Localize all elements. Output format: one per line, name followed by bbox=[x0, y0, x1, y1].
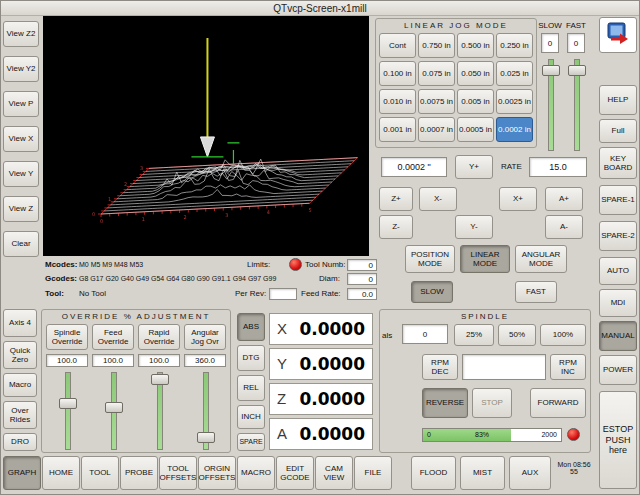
jog-increment-button[interactable]: 0.0005 in bbox=[457, 117, 494, 142]
dro-dtg-button[interactable]: DTG bbox=[237, 345, 265, 371]
angular-mode-button[interactable]: ANGULAR MODE bbox=[515, 245, 567, 273]
estop-button[interactable]: ESTOP PUSH here bbox=[599, 391, 637, 489]
spindle-50-button[interactable]: 50% bbox=[498, 324, 536, 346]
aux-button[interactable]: AUX bbox=[509, 456, 551, 490]
rpm-inc-button[interactable]: RPM INC bbox=[550, 354, 586, 380]
jog-increment-button[interactable]: 0.025 in bbox=[496, 61, 533, 86]
mist-button[interactable]: MIST bbox=[460, 456, 505, 490]
auto-mode-button[interactable]: AUTO bbox=[599, 257, 637, 285]
jog-z-plus-button[interactable]: Z+ bbox=[379, 187, 413, 211]
spindle-override-button[interactable]: Spindle Override bbox=[46, 324, 88, 350]
view-y2-button[interactable]: View Y2 bbox=[3, 56, 39, 82]
exit-button[interactable] bbox=[599, 17, 637, 53]
dro-spare-button[interactable]: SPARE bbox=[237, 433, 265, 451]
feed-override-slider-handle[interactable] bbox=[105, 402, 123, 413]
jog-increment-button[interactable]: 0.010 in bbox=[379, 89, 416, 114]
nav-cam-view-button[interactable]: CAM VIEW bbox=[315, 456, 353, 490]
nav-home-button[interactable]: HOME bbox=[42, 456, 80, 490]
mdi-mode-button[interactable]: MDI bbox=[599, 289, 637, 317]
spare1-button[interactable]: SPARE-1 bbox=[599, 185, 637, 215]
jog-increment-button[interactable]: 0.750 in bbox=[418, 33, 455, 58]
spindle-speed-bar-fill bbox=[423, 429, 511, 441]
view-clear-button[interactable]: Clear bbox=[3, 231, 39, 257]
rpm-entry-field[interactable] bbox=[462, 354, 546, 380]
dro-inch-button[interactable]: INCH bbox=[237, 405, 265, 429]
jog-fast-button[interactable]: FAST bbox=[515, 281, 557, 303]
dro-a-value: 0.0000 bbox=[299, 424, 365, 444]
jog-increment-panel: LINEAR JOG MODE Cont 0.750 in 0.500 in 0… bbox=[375, 18, 537, 148]
full-button[interactable]: Full bbox=[599, 119, 637, 143]
jog-increment-button[interactable]: 0.0075 in bbox=[418, 89, 455, 114]
jog-increment-button[interactable]: 0.050 in bbox=[457, 61, 494, 86]
position-mode-button[interactable]: POSITION MODE bbox=[405, 245, 455, 273]
dro-rel-button[interactable]: REL bbox=[237, 375, 265, 401]
spindle-100-button[interactable]: 100% bbox=[540, 324, 586, 346]
spindle-bar-max: 2000 bbox=[541, 431, 557, 438]
feed-override-button[interactable]: Feed Override bbox=[92, 324, 134, 350]
jog-increment-button[interactable]: 0.001 in bbox=[379, 117, 416, 142]
jog-x-minus-button[interactable]: X- bbox=[419, 187, 457, 211]
nav-edit-gcode-button[interactable]: EDIT GCODE bbox=[276, 456, 314, 490]
nav-origin-offsets-button[interactable]: ORGIN OFFSETS bbox=[198, 456, 236, 490]
rpm-dec-button[interactable]: RPM DEC bbox=[422, 354, 458, 380]
tab-dro[interactable]: DRO bbox=[3, 433, 37, 451]
tool-value: No Tool bbox=[79, 289, 106, 298]
slow-slider-handle[interactable] bbox=[542, 65, 560, 76]
tab-macro[interactable]: Macro bbox=[3, 373, 37, 397]
spindle-reverse-button[interactable]: REVERSE bbox=[422, 388, 468, 418]
jog-increment-button[interactable]: 0.500 in bbox=[457, 33, 494, 58]
spindle-override-slider-handle[interactable] bbox=[59, 398, 77, 409]
view-x-button[interactable]: View X bbox=[3, 126, 39, 152]
linear-mode-button[interactable]: LINEAR MODE bbox=[460, 245, 510, 273]
gcode-preview[interactable] bbox=[43, 16, 369, 256]
angular-jog-override-slider-handle[interactable] bbox=[197, 432, 215, 443]
nav-graph-button[interactable]: GRAPH bbox=[3, 456, 41, 490]
spindle-override-slider-track[interactable] bbox=[65, 372, 71, 450]
fast-slider-handle[interactable] bbox=[568, 65, 586, 76]
tab-overrides[interactable]: Over Rides bbox=[3, 401, 37, 429]
jog-increment-button[interactable]: 0.250 in bbox=[496, 33, 533, 58]
jog-z-minus-button[interactable]: Z- bbox=[379, 215, 413, 239]
flood-button[interactable]: FLOOD bbox=[411, 456, 456, 490]
jog-a-minus-button[interactable]: A- bbox=[545, 215, 583, 239]
nav-macro-button[interactable]: MACRO bbox=[237, 456, 275, 490]
jog-slow-button[interactable]: SLOW bbox=[411, 281, 453, 303]
tab-quick-zero[interactable]: Quick Zero bbox=[3, 341, 37, 369]
jog-increment-button[interactable]: Cont bbox=[379, 33, 416, 58]
manual-mode-button[interactable]: MANUAL bbox=[599, 321, 637, 351]
jog-increment-button[interactable]: 0.075 in bbox=[418, 61, 455, 86]
jog-increment-button[interactable]: 0.0007 in bbox=[418, 117, 455, 142]
view-p-button[interactable]: View P bbox=[3, 91, 39, 117]
spindle-stop-button[interactable]: STOP bbox=[472, 388, 512, 418]
spindle-forward-button[interactable]: FORWARD bbox=[530, 388, 586, 418]
help-button[interactable]: HELP bbox=[599, 85, 637, 115]
title-bar: QTvcp-Screen-x1mill bbox=[1, 1, 639, 16]
spare2-button[interactable]: SPARE-2 bbox=[599, 221, 637, 251]
window-title: QTvcp-Screen-x1mill bbox=[273, 3, 366, 14]
dro-y-value: 0.0000 bbox=[299, 354, 365, 374]
view-y-button[interactable]: View Y bbox=[3, 161, 39, 187]
dro-abs-button[interactable]: ABS bbox=[237, 313, 265, 341]
nav-probe-button[interactable]: PROBE bbox=[120, 456, 158, 490]
nav-tool-button[interactable]: TOOL bbox=[81, 456, 119, 490]
jog-y-minus-button[interactable]: Y- bbox=[455, 215, 493, 239]
rapid-override-slider-handle[interactable] bbox=[151, 374, 169, 385]
tab-axis4[interactable]: Axis 4 bbox=[3, 309, 37, 337]
nav-file-button[interactable]: FILE bbox=[354, 456, 392, 490]
jog-y-plus-button[interactable]: Y+ bbox=[455, 155, 493, 179]
power-button[interactable]: POWER bbox=[599, 355, 637, 385]
view-z-button[interactable]: View Z bbox=[3, 196, 39, 222]
jog-increment-button-selected[interactable]: 0.0002 in bbox=[496, 117, 533, 142]
keyboard-button[interactable]: KEY BOARD bbox=[599, 147, 637, 179]
spindle-25-button[interactable]: 25% bbox=[454, 324, 494, 346]
view-z2-button[interactable]: View Z2 bbox=[3, 21, 39, 47]
nav-tool-offsets-button[interactable]: TOOL OFFSETS bbox=[159, 456, 197, 490]
jog-a-plus-button[interactable]: A+ bbox=[545, 187, 583, 211]
feed-rate-label: Feed Rate: bbox=[301, 289, 341, 298]
angular-jog-override-button[interactable]: Angular Jog Ovr bbox=[184, 324, 226, 350]
jog-increment-button[interactable]: 0.005 in bbox=[457, 89, 494, 114]
jog-x-plus-button[interactable]: X+ bbox=[499, 187, 537, 211]
jog-increment-button[interactable]: 0.0025 in bbox=[496, 89, 533, 114]
rapid-override-button[interactable]: Rapid Override bbox=[138, 324, 180, 350]
jog-increment-button[interactable]: 0.100 in bbox=[379, 61, 416, 86]
